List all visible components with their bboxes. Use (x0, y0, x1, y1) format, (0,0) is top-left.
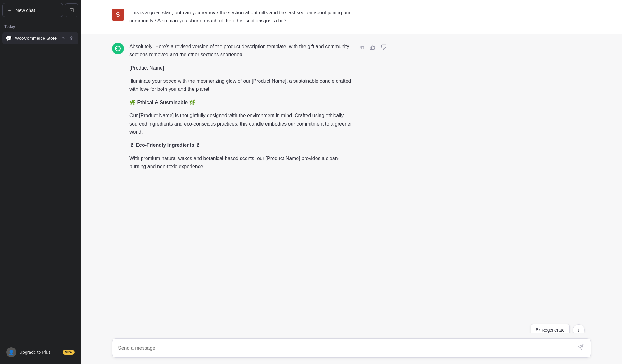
product-name: [Product Name] (129, 64, 353, 72)
sidebar: ＋ New chat ⊡ Today 💬 WooCommerce Store ✎… (0, 0, 81, 364)
scroll-down-icon: ↓ (578, 327, 580, 333)
chat-item-actions: ✎ 🗑 (60, 35, 75, 41)
user-message-text: This is a great start, but can you remov… (129, 9, 353, 25)
sidebar-header: ＋ New chat ⊡ (0, 0, 81, 20)
user-avatar: S (112, 9, 124, 21)
user-message-row: S This is a great start, but can you rem… (81, 0, 622, 34)
thumbdown-icon (381, 44, 386, 52)
assistant-avatar (112, 43, 124, 54)
assistant-message-actions: ⧉ (359, 43, 388, 53)
toggle-icon: ⊡ (69, 7, 74, 14)
send-button[interactable] (576, 343, 585, 353)
delete-chat-button[interactable]: 🗑 (68, 35, 75, 41)
main-panel: S This is a great start, but can you rem… (81, 0, 622, 364)
sidebar-toggle-button[interactable]: ⊡ (65, 3, 78, 17)
assistant-intro: Absolutely! Here's a revised version of … (129, 43, 353, 59)
regenerate-icon: ↻ (536, 327, 540, 333)
user-icon-shape: 👤 (8, 349, 14, 355)
section1-body: Our [Product Name] is thoughtfully desig… (129, 112, 353, 136)
copy-button[interactable]: ⧉ (359, 43, 365, 52)
assistant-message-content: Absolutely! Here's a revised version of … (129, 43, 353, 171)
chat-item-label: WooCommerce Store (15, 36, 57, 41)
section1-header: 🌿 Ethical & Sustainable 🌿 (129, 99, 353, 107)
regenerate-label: Regenerate (542, 328, 564, 333)
thumbup-icon (370, 44, 375, 52)
openai-icon (114, 45, 122, 52)
chat-list: 💬 WooCommerce Store ✎ 🗑 (0, 31, 81, 340)
input-wrapper (112, 338, 591, 358)
chat-item[interactable]: 💬 WooCommerce Store ✎ 🗑 (2, 32, 78, 44)
sidebar-footer: 👤 Upgrade to Plus NEW (0, 340, 81, 364)
body-intro: Illuminate your space with the mesmerizi… (129, 77, 353, 94)
section2-header: 🕯 Eco-Friendly Ingredients 🕯 (129, 141, 353, 149)
chat-icon: 💬 (6, 35, 12, 41)
thumbs-up-button[interactable] (368, 43, 376, 53)
today-section-label: Today (0, 20, 81, 31)
new-chat-label: New chat (16, 7, 35, 13)
new-chat-button[interactable]: ＋ New chat (2, 3, 63, 17)
plus-icon: ＋ (7, 7, 12, 14)
assistant-message-row: Absolutely! Here's a revised version of … (81, 34, 622, 180)
user-avatar-icon: 👤 (6, 347, 16, 357)
upgrade-label: Upgrade to Plus (19, 350, 50, 355)
thumbs-down-button[interactable] (380, 43, 388, 53)
chat-messages: S This is a great start, but can you rem… (81, 0, 622, 333)
user-message-content: This is a great start, but can you remov… (129, 9, 353, 25)
message-input[interactable] (118, 345, 576, 351)
send-icon (578, 344, 584, 352)
input-area (81, 333, 622, 364)
upgrade-button[interactable]: 👤 Upgrade to Plus NEW (2, 344, 78, 360)
edit-chat-button[interactable]: ✎ (60, 35, 67, 41)
section2-body: With premium natural waxes and botanical… (129, 154, 353, 171)
copy-icon: ⧉ (360, 44, 364, 51)
new-badge: NEW (63, 350, 75, 355)
